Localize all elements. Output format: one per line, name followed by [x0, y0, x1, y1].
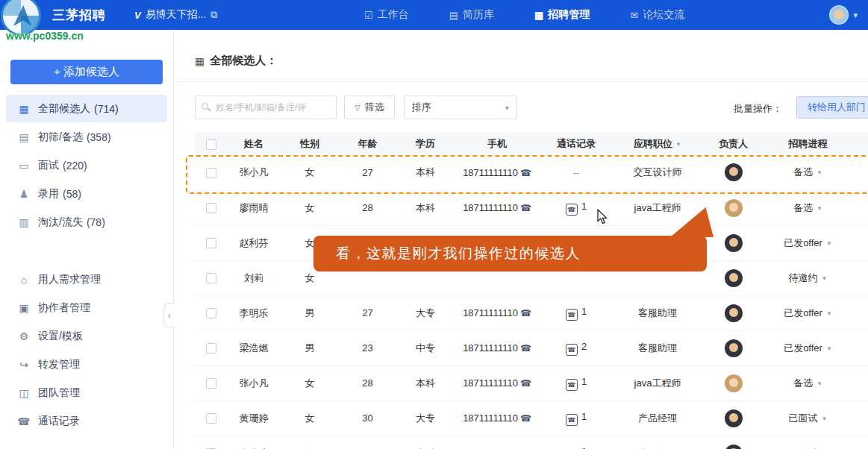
filter-button[interactable]: ▽ 筛选	[344, 95, 395, 119]
select-all-checkbox[interactable]	[206, 139, 216, 150]
progress-dropdown[interactable]: 待邀约▼	[789, 272, 828, 283]
table-row: 黄珊婷女30大专18711111110☎☎1产品经理已面试▼	[195, 401, 868, 436]
column-header-学历[interactable]: 学历	[396, 133, 455, 155]
column-header-应聘职位[interactable]: 应聘职位▼	[613, 133, 702, 155]
owner-avatar[interactable]	[725, 304, 743, 322]
nav-item-简历库[interactable]: ▤简历库	[449, 8, 494, 22]
cell-extra	[851, 330, 868, 365]
sidebar-item-通话记录[interactable]: ☎通话记录	[6, 407, 167, 435]
cell-call-records	[539, 225, 613, 260]
owner-avatar[interactable]	[725, 234, 743, 252]
transfer-to-department-button[interactable]: 转给用人部门	[796, 96, 868, 119]
candidate-checkbox[interactable]	[206, 273, 216, 283]
filter-caret-icon[interactable]: ▼	[675, 141, 681, 148]
cell-age: 28	[340, 365, 396, 401]
cell-owner	[702, 365, 765, 401]
user-menu[interactable]: ▾	[829, 0, 858, 30]
candidate-checkbox[interactable]	[206, 238, 216, 248]
filter-label: 筛选	[365, 101, 384, 114]
call-record-icon[interactable]: ☎	[566, 379, 578, 391]
candidate-checkbox[interactable]	[206, 168, 216, 178]
progress-dropdown[interactable]: 备选▼	[793, 166, 822, 178]
candidate-checkbox[interactable]	[206, 308, 216, 318]
owner-avatar[interactable]	[725, 269, 743, 287]
column-header-负责人[interactable]: 负责人	[702, 133, 765, 155]
phone-icon[interactable]: ☎	[520, 378, 531, 389]
sidebar-item-icon: ↪	[16, 359, 31, 371]
cell-owner	[702, 436, 765, 449]
sidebar-item-label: 全部候选人	[38, 102, 90, 116]
sidebar-item-团队管理[interactable]: ◫团队管理	[6, 379, 167, 406]
sidebar-item-协作者管理[interactable]: ▣协作者管理	[6, 294, 167, 321]
column-header-招聘进程[interactable]: 招聘进程	[765, 133, 851, 155]
progress-dropdown[interactable]: 已发offer▼	[784, 237, 832, 248]
column-header-通话记录[interactable]: 通话记录	[539, 133, 613, 155]
sidebar-item-面试[interactable]: ▭面试(220)	[6, 151, 167, 179]
sort-dropdown[interactable]: 排序 ▾	[404, 95, 517, 119]
phone-icon[interactable]: ☎	[520, 413, 531, 424]
sidebar-item-转发管理[interactable]: ↪转发管理	[6, 351, 167, 378]
cell-phone: 18711111110☎	[455, 155, 539, 190]
phone-icon[interactable]: ☎	[520, 308, 531, 318]
candidate-checkbox[interactable]	[206, 378, 216, 389]
column-header-手机[interactable]: 手机	[455, 133, 539, 155]
call-record-icon[interactable]: ☎	[566, 309, 578, 321]
column-label: 负责人	[719, 138, 748, 149]
cell-age: 27	[340, 295, 396, 330]
sidebar-item-录用[interactable]: ♟录用(58)	[6, 180, 167, 207]
nav-item-工作台[interactable]: ☑工作台	[364, 8, 409, 22]
cell-education: 本科	[396, 436, 455, 449]
sidebar-collapse-button[interactable]: ‹	[163, 303, 175, 327]
owner-avatar[interactable]	[725, 374, 743, 392]
sidebar-item-初筛/备选[interactable]: ▤初筛/备选(358)	[6, 123, 167, 151]
progress-dropdown[interactable]: 已发offer▼	[784, 342, 832, 354]
owner-avatar[interactable]	[725, 445, 743, 449]
candidate-checkbox[interactable]	[206, 343, 216, 354]
column-header-性别[interactable]: 性别	[280, 133, 340, 155]
candidate-table-body: 张小凡女27本科18711111110☎--交互设计师备选▼廖雨晴女28本科18…	[195, 155, 868, 449]
phone-icon[interactable]: ☎	[520, 203, 531, 213]
progress-dropdown[interactable]: 备选▼	[793, 377, 822, 389]
owner-avatar[interactable]	[725, 409, 743, 427]
sidebar-candidate-groups: ▦全部候选人(714)▤初筛/备选(358)▭面试(220)♟录用(58)▥淘汰…	[0, 95, 173, 236]
nav-item-论坛交流[interactable]: ✉论坛交流	[630, 8, 684, 22]
cell-checkbox	[195, 260, 228, 295]
column-header-姓名[interactable]: 姓名	[228, 133, 280, 155]
progress-dropdown[interactable]: 已发offer▼	[784, 307, 832, 318]
owner-avatar[interactable]	[725, 339, 743, 357]
table-header: 姓名性别年龄学历手机通话记录应聘职位▼负责人招聘进程	[195, 133, 868, 155]
call-record-icon[interactable]: ☎	[566, 204, 578, 216]
column-header-年龄[interactable]: 年龄	[340, 133, 396, 155]
cell-phone	[455, 225, 539, 260]
progress-dropdown[interactable]: 备选▼	[793, 202, 822, 213]
batch-operations-label: 批量操作：	[734, 102, 782, 116]
candidate-checkbox[interactable]	[206, 413, 216, 424]
candidate-checkbox[interactable]	[206, 203, 216, 213]
call-record-icon[interactable]: ☎	[566, 414, 578, 426]
sidebar-item-全部候选人[interactable]: ▦全部候选人(714)	[6, 95, 167, 122]
progress-label: 已发offer	[784, 342, 822, 354]
owner-avatar[interactable]	[725, 163, 743, 181]
call-record-count: 2	[581, 341, 587, 352]
phone-number: 18711111110	[463, 167, 518, 178]
owner-avatar[interactable]	[725, 199, 743, 217]
sidebar-item-设置/模板[interactable]: ⚙设置/模板	[6, 322, 167, 350]
add-candidate-button[interactable]: + 添加候选人	[10, 60, 163, 84]
cell-position: java工程师	[613, 365, 702, 401]
cell-phone: 18711111110☎	[455, 436, 539, 449]
cell-progress: 备选▼	[765, 155, 851, 190]
nav-item-招聘管理[interactable]: ▦招聘管理	[534, 8, 590, 22]
table-row: 张小凡女27本科18711111110☎--交互设计师备选▼	[195, 155, 868, 190]
column-label: 应聘职位	[634, 138, 672, 149]
progress-dropdown[interactable]: 已面试▼	[789, 412, 828, 424]
phone-icon[interactable]: ☎	[520, 168, 531, 178]
sidebar-item-用人需求管理[interactable]: ⌂用人需求管理	[6, 266, 167, 293]
table-row: 赵利芬女已发offer▼	[195, 225, 868, 260]
sidebar-item-淘汰/流失[interactable]: ▥淘汰/流失(78)	[6, 208, 167, 236]
phone-icon[interactable]: ☎	[520, 343, 531, 354]
sidebar-item-label: 通话记录	[38, 415, 80, 428]
nav-icon: ▤	[449, 10, 458, 21]
search-input[interactable]	[195, 95, 337, 119]
call-record-icon[interactable]: ☎	[566, 344, 578, 356]
partner-tab[interactable]: V 易博天下招... ⧉	[134, 0, 218, 30]
